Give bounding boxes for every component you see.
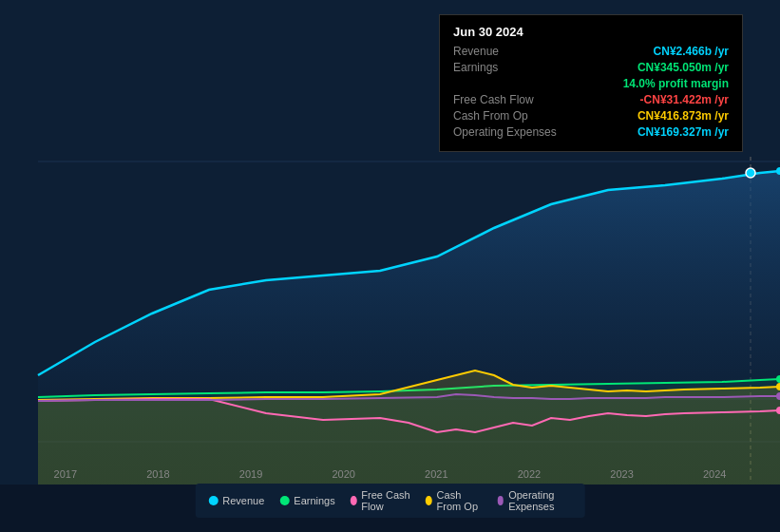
legend-label-fcf: Free Cash Flow: [361, 489, 410, 512]
tooltip-earnings-label: Earnings: [453, 61, 567, 74]
x-label-2017: 2017: [54, 468, 77, 480]
legend-dot-opex: [497, 496, 504, 505]
legend-earnings[interactable]: Earnings: [279, 495, 334, 506]
tooltip-fcf-value: -CN¥31.422m /yr: [640, 93, 729, 106]
legend-opex[interactable]: Operating Expenses: [497, 489, 571, 512]
legend-label-cashop: Cash From Op: [437, 489, 483, 512]
x-axis-labels: 2017 2018 2019 2020 2021 2022 2023 2024: [0, 468, 780, 480]
tooltip-cashop-label: Cash From Op: [453, 109, 567, 123]
legend-label-revenue: Revenue: [222, 495, 264, 506]
legend-label-earnings: Earnings: [294, 495, 334, 506]
tooltip-opex-value: CN¥169.327m /yr: [637, 125, 729, 139]
legend-revenue[interactable]: Revenue: [208, 495, 264, 506]
x-label-2020: 2020: [332, 468, 354, 480]
chart-legend: Revenue Earnings Free Cash Flow Cash Fro…: [195, 484, 585, 518]
tooltip-revenue-row: Revenue CN¥2.466b /yr: [453, 45, 729, 58]
x-label-2019: 2019: [239, 468, 262, 480]
x-label-2021: 2021: [425, 468, 447, 480]
chart-container: CN¥3b CN¥0 -CN¥400m: [0, 0, 780, 532]
tooltip-date: Jun 30 2024: [453, 25, 729, 39]
legend-label-opex: Operating Expenses: [508, 489, 572, 512]
tooltip-revenue-value: CN¥2.466b /yr: [654, 45, 729, 58]
tooltip-revenue-label: Revenue: [453, 45, 567, 58]
x-label-2024: 2024: [703, 468, 726, 480]
tooltip-cashop-value: CN¥416.873m /yr: [637, 109, 729, 123]
x-label-2023: 2023: [610, 468, 633, 480]
svg-point-10: [746, 168, 755, 178]
tooltip-margin-value: 14.0% profit margin: [623, 77, 729, 90]
tooltip-earnings-row: Earnings CN¥345.050m /yr: [453, 61, 729, 74]
tooltip-fcf-row: Free Cash Flow -CN¥31.422m /yr: [453, 93, 729, 106]
tooltip-box: Jun 30 2024 Revenue CN¥2.466b /yr Earnin…: [439, 14, 743, 152]
tooltip-fcf-label: Free Cash Flow: [453, 93, 567, 106]
tooltip-opex-row: Operating Expenses CN¥169.327m /yr: [453, 125, 729, 139]
legend-dot-fcf: [351, 496, 357, 505]
legend-dot-cashop: [426, 496, 432, 505]
tooltip-earnings-value: CN¥345.050m /yr: [637, 61, 729, 74]
legend-dot-earnings: [279, 496, 289, 505]
x-label-2018: 2018: [146, 468, 169, 480]
legend-dot-revenue: [208, 496, 218, 505]
tooltip-opex-label: Operating Expenses: [453, 125, 567, 139]
legend-cashop[interactable]: Cash From Op: [426, 489, 483, 512]
x-label-2022: 2022: [518, 468, 541, 480]
tooltip-cashop-row: Cash From Op CN¥416.873m /yr: [453, 109, 729, 123]
tooltip-margin-row: 14.0% profit margin: [453, 77, 729, 90]
legend-fcf[interactable]: Free Cash Flow: [351, 489, 410, 512]
